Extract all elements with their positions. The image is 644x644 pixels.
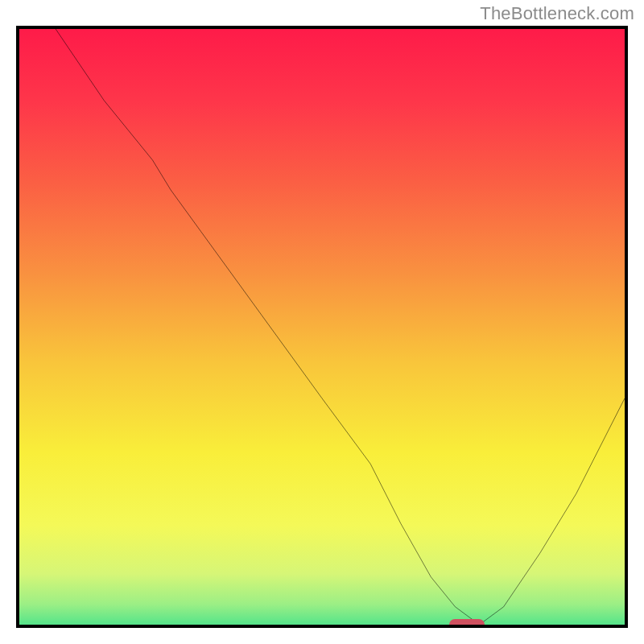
bottleneck-curve <box>19 29 625 625</box>
watermark-text: TheBottleneck.com <box>480 3 634 24</box>
plot-frame <box>16 26 628 628</box>
optimal-marker <box>449 619 485 628</box>
curve-path <box>19 29 625 625</box>
chart-stage: TheBottleneck.com <box>0 0 644 644</box>
